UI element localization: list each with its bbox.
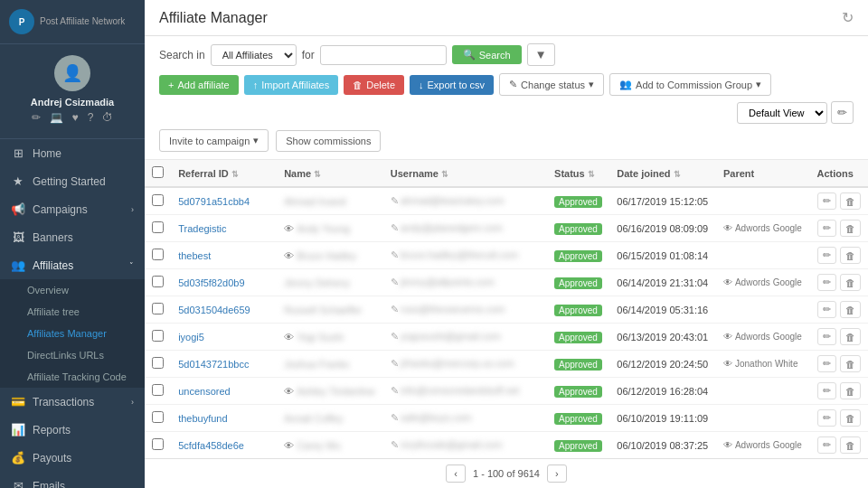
- sidebar-nav: ⊞ Home ★ Getting Started 📢 Campaigns › 🖼…: [0, 139, 145, 488]
- row-actions: ✏ 🗑: [810, 187, 868, 215]
- delete-row-button[interactable]: 🗑: [840, 328, 861, 345]
- edit-button[interactable]: ✏: [817, 247, 836, 264]
- sidebar-item-emails[interactable]: ✉ Emails: [0, 472, 145, 488]
- row-date: 06/14/2019 21:31:04: [609, 269, 716, 296]
- edit-button[interactable]: ✏: [817, 328, 836, 345]
- row-status: Approved: [547, 351, 609, 378]
- row-select-checkbox[interactable]: [152, 249, 164, 260]
- delete-row-button[interactable]: 🗑: [840, 247, 861, 264]
- edit-button[interactable]: ✏: [817, 274, 836, 291]
- edit-icon: ✎: [391, 249, 399, 260]
- sidebar-item-reports[interactable]: 📊 Reports: [0, 416, 145, 444]
- row-date: 06/12/2019 20:24:50: [609, 351, 716, 378]
- sidebar-item-label: Getting Started: [33, 175, 106, 188]
- edit-button[interactable]: ✏: [817, 301, 836, 318]
- edit-button[interactable]: ✏: [817, 382, 836, 399]
- edit-profile-icon[interactable]: ✏: [32, 111, 41, 124]
- col-username[interactable]: Username ⇅: [383, 160, 547, 187]
- sidebar-item-home[interactable]: ⊞ Home: [0, 139, 145, 167]
- desktop-icon[interactable]: 💻: [50, 111, 63, 124]
- edit-button[interactable]: ✏: [817, 409, 836, 427]
- sidebar-item-affiliates-manager[interactable]: Affiliates Manager: [0, 323, 145, 344]
- sidebar-item-affiliate-tree[interactable]: Affiliate tree: [0, 301, 145, 323]
- delete-button[interactable]: 🗑 Delete: [344, 75, 404, 95]
- import-affiliates-button[interactable]: ↑ Import Affiliates: [244, 75, 339, 95]
- edit-button[interactable]: ✏: [817, 355, 836, 372]
- row-select-checkbox[interactable]: [152, 221, 164, 233]
- delete-row-button[interactable]: 🗑: [840, 220, 861, 237]
- sidebar-item-overview[interactable]: Overview: [0, 279, 145, 301]
- next-page-button[interactable]: ›: [547, 465, 567, 483]
- row-select-checkbox[interactable]: [152, 411, 164, 423]
- username-text: safe@buys.com: [401, 412, 472, 423]
- sidebar-item-label: Banners: [33, 231, 73, 244]
- add-affiliate-button[interactable]: + Add affiliate: [159, 75, 239, 95]
- sidebar-item-payouts[interactable]: 💰 Payouts: [0, 444, 145, 472]
- sidebar-item-directlinks[interactable]: DirectLinks URLs: [0, 344, 145, 366]
- edit-view-button[interactable]: ✏: [831, 101, 854, 124]
- sidebar-item-transactions[interactable]: 💳 Transactions ›: [0, 388, 145, 416]
- row-select-checkbox[interactable]: [152, 384, 164, 396]
- edit-button[interactable]: ✏: [817, 192, 836, 210]
- select-all-checkbox[interactable]: [152, 166, 164, 178]
- commission-label: Add to Commission Group: [636, 80, 752, 90]
- search-icon: 🔍: [463, 49, 476, 61]
- delete-row-button[interactable]: 🗑: [840, 301, 861, 318]
- delete-row-button[interactable]: 🗑: [840, 409, 861, 427]
- table-row: 5d03f5f82d0b9 Jimmy Deheny ✎jimmy@allpoi…: [145, 269, 868, 296]
- pagination: ‹ 1 - 100 of 9614 ›: [145, 458, 868, 488]
- row-select-checkbox[interactable]: [152, 330, 164, 342]
- row-select-checkbox[interactable]: [152, 276, 164, 287]
- heart-icon[interactable]: ♥: [72, 111, 79, 124]
- search-input[interactable]: [320, 45, 447, 65]
- clock-icon[interactable]: ⏱: [102, 111, 113, 124]
- row-select-checkbox[interactable]: [152, 438, 164, 450]
- row-status: Approved: [547, 269, 609, 296]
- row-select-checkbox[interactable]: [152, 357, 164, 369]
- filter-button[interactable]: ▼: [527, 43, 555, 66]
- prev-page-button[interactable]: ‹: [446, 465, 466, 483]
- username-text: russ@theuseuems.com: [401, 304, 505, 314]
- row-select-checkbox[interactable]: [152, 194, 164, 206]
- sidebar-item-affiliates[interactable]: 👥 Affiliates ˅: [0, 251, 145, 279]
- row-select-checkbox[interactable]: [152, 303, 164, 314]
- view-dropdown[interactable]: Default View: [737, 102, 827, 124]
- delete-row-button[interactable]: 🗑: [840, 355, 861, 372]
- col-date-joined[interactable]: Date joined ⇅: [609, 160, 716, 187]
- delete-row-button[interactable]: 🗑: [840, 192, 861, 210]
- show-commissions-button[interactable]: Show commissions: [276, 130, 381, 152]
- col-status[interactable]: Status ⇅: [547, 160, 609, 187]
- parent-tag: 👁 Adwords Google: [723, 332, 803, 342]
- sidebar-item-banners[interactable]: 🖼 Banners: [0, 223, 145, 251]
- row-status: Approved: [547, 242, 609, 269]
- import-icon: ↑: [253, 80, 259, 90]
- edit-button[interactable]: ✏: [817, 436, 836, 454]
- affiliates-manager-label: Affiliates Manager: [27, 328, 107, 339]
- invite-campaign-button[interactable]: Invite to campaign ▾: [159, 129, 269, 152]
- row-checkbox: [145, 405, 171, 432]
- help-icon[interactable]: ?: [88, 111, 94, 124]
- export-csv-button[interactable]: ↓ Export to csv: [410, 75, 494, 95]
- refresh-button[interactable]: ↻: [842, 9, 854, 26]
- delete-row-button[interactable]: 🗑: [840, 436, 861, 454]
- username-text: mrythcode@gmail.com: [401, 439, 503, 450]
- sidebar-item-tracking-code[interactable]: Affiliate Tracking Code: [0, 366, 145, 388]
- col-name[interactable]: Name ⇅: [277, 160, 383, 187]
- edit-icon: ✎: [391, 412, 399, 423]
- delete-row-button[interactable]: 🗑: [840, 382, 861, 399]
- sidebar-item-getting-started[interactable]: ★ Getting Started: [0, 167, 145, 195]
- add-commission-button[interactable]: 👥 Add to Commission Group ▾: [609, 73, 771, 96]
- chevron-down-icon: ▾: [589, 79, 594, 90]
- col-parent[interactable]: Parent: [716, 160, 810, 187]
- change-status-button[interactable]: ✎ Change status ▾: [499, 73, 604, 96]
- search-button[interactable]: 🔍 Search: [452, 45, 522, 64]
- username-text: jrfranks@mercorp.us.com: [401, 358, 514, 369]
- row-date: 06/12/2019 16:28:04: [609, 378, 716, 405]
- search-select[interactable]: All Affiliates: [211, 44, 297, 66]
- col-referral-id[interactable]: Referral ID ⇅: [171, 160, 277, 187]
- table-row: Tradegistic 👁Andy Young ✎andy@planedgem.…: [145, 215, 868, 242]
- sidebar-item-campaigns[interactable]: 📢 Campaigns ›: [0, 195, 145, 223]
- status-badge: Approved: [554, 250, 602, 262]
- delete-row-button[interactable]: 🗑: [840, 274, 861, 291]
- edit-button[interactable]: ✏: [817, 220, 836, 237]
